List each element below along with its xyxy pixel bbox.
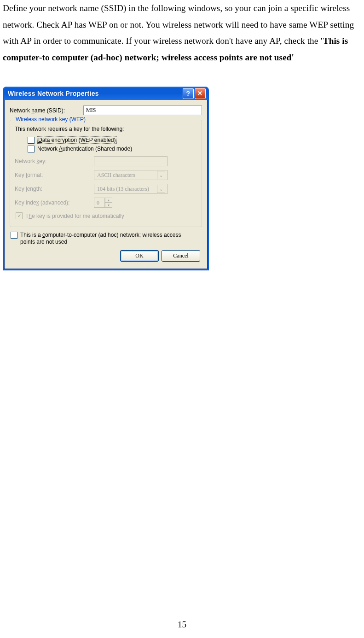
checkbox-icon[interactable] [28,146,35,152]
instruction-text: Define your network name (SSID) in the f… [3,3,354,46]
adhoc-row[interactable]: This is a computer-to-computer (ad hoc) … [11,232,202,246]
wep-groupbox: Wireless network key (WEP) This network … [10,120,202,227]
network-auth-row[interactable]: Network Authentication (Shared mode) [28,146,197,152]
network-key-input [94,156,168,166]
network-auth-label: Network Authentication (Shared mode) [37,146,132,152]
key-format-label: Key format: [15,172,94,178]
checkbox-icon[interactable] [11,232,17,239]
wireless-properties-dialog: Wireless Network Properties ? ✕ Network … [3,87,209,270]
network-key-label: Network key: [15,158,94,164]
key-format-value: ASCII characters [97,172,157,179]
dialog-title: Wireless Network Properties [8,90,182,97]
help-button[interactable]: ? [183,88,194,99]
checkbox-icon[interactable] [28,137,35,144]
key-format-combo: ASCII characters ⌄ [94,170,168,180]
data-encryption-label: Data encryption (WEP enabled) [37,137,117,144]
spin-up-icon: ▲ [105,198,112,203]
key-length-label: Key length: [15,186,94,192]
close-button[interactable]: ✕ [195,88,206,99]
cancel-button[interactable]: Cancel [162,250,200,262]
instruction-paragraph: Define your network name (SSID) in the f… [3,0,361,65]
key-index-label: Key index (advanced): [15,199,94,206]
network-key-field [94,157,167,166]
data-encryption-row[interactable]: Data encryption (WEP enabled) [28,137,197,144]
ssid-label: Network name (SSID): [10,107,83,114]
auto-key-row: ✔ The key is provided for me automatical… [16,212,197,219]
key-index-spinner: 0 ▲ ▼ [94,198,112,208]
key-index-row: Key index (advanced): 0 ▲ ▼ [15,198,197,208]
key-format-row: Key format: ASCII characters ⌄ [15,170,197,180]
network-key-row: Network key: [15,156,197,166]
spin-down-icon: ▼ [105,203,112,208]
page-number: 15 [0,620,364,630]
key-index-value: 0 [94,198,105,208]
chevron-down-icon: ⌄ [157,185,165,193]
key-length-value: 104 bits (13 characters) [97,186,157,193]
key-length-combo: 104 bits (13 characters) ⌄ [94,184,168,194]
auto-key-label: The key is provided for me automatically [25,213,124,219]
ok-button[interactable]: OK [120,250,159,262]
key-length-row: Key length: 104 bits (13 characters) ⌄ [15,184,197,194]
titlebar[interactable]: Wireless Network Properties ? ✕ [4,87,208,100]
group-text: This network requires a key for the foll… [15,126,197,132]
ssid-input[interactable] [83,105,202,115]
adhoc-label: This is a computer-to-computer (ad hoc) … [20,232,195,246]
checkbox-icon: ✔ [16,212,23,219]
chevron-down-icon: ⌄ [157,171,165,179]
group-label: Wireless network key (WEP) [14,116,87,123]
